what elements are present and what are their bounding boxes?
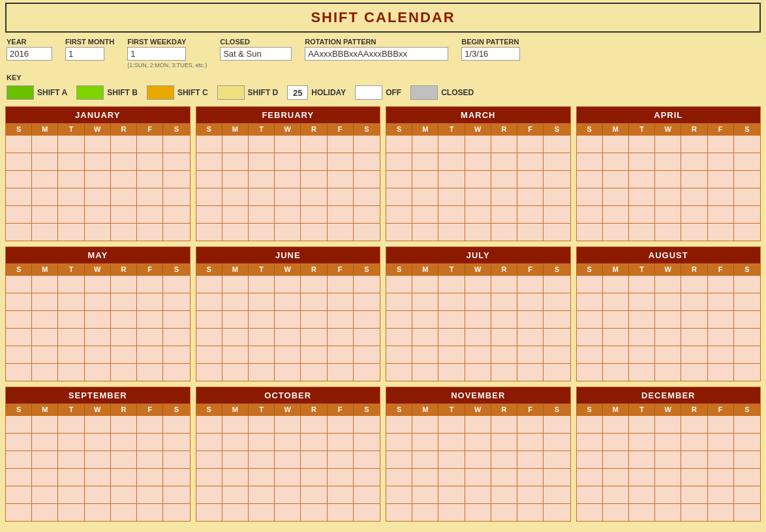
day-cell — [58, 434, 84, 451]
day-cell — [491, 434, 517, 451]
day-cell — [438, 188, 465, 205]
day-cell — [354, 451, 380, 468]
day-cell — [438, 206, 465, 223]
day-header: R — [681, 123, 707, 135]
day-cell — [577, 153, 603, 170]
day-cell — [301, 276, 327, 293]
day-cell — [465, 346, 491, 363]
day-cell — [6, 276, 32, 293]
day-cell — [275, 364, 301, 381]
day-cell — [6, 311, 32, 328]
day-cell — [137, 311, 163, 328]
day-header: F — [708, 263, 734, 275]
day-cell — [6, 504, 32, 521]
day-cell — [412, 311, 438, 328]
day-cell — [655, 504, 681, 521]
month-calendar-may: MAYSMTWRFS — [5, 246, 191, 381]
first-weekday-group: FIRST WEEKDAY (1:SUN, 2:MON, 3:TUES, etc… — [127, 38, 207, 68]
day-cell — [629, 434, 655, 451]
week-row — [577, 135, 761, 153]
day-cell — [544, 206, 570, 223]
day-cell — [544, 364, 570, 381]
day-cell — [412, 188, 438, 205]
day-header: F — [708, 404, 734, 415]
day-headers-row: SMTWRFS — [386, 263, 570, 275]
week-row — [196, 153, 380, 170]
day-cell — [354, 153, 380, 170]
day-cell — [137, 434, 163, 451]
day-cell — [196, 188, 222, 205]
begin-pattern-group: BEGIN PATTERN — [461, 38, 520, 61]
day-cell — [517, 171, 544, 188]
day-cell — [111, 346, 137, 363]
day-cell — [438, 469, 465, 486]
day-cell — [577, 206, 603, 223]
day-cell — [603, 451, 629, 468]
day-cell — [58, 206, 84, 223]
week-row — [6, 486, 190, 503]
day-cell — [465, 224, 491, 241]
page-title: SHIFT CALENDAR — [7, 9, 759, 26]
day-cell — [603, 469, 629, 486]
month-header-september: SEPTEMBER — [6, 387, 190, 404]
day-cell — [412, 224, 438, 241]
day-cell — [6, 329, 32, 346]
day-cell — [301, 206, 327, 223]
day-cell — [386, 293, 412, 310]
day-cell — [58, 171, 84, 188]
begin-label: BEGIN PATTERN — [461, 38, 520, 46]
day-cell — [438, 504, 465, 521]
day-cell — [544, 276, 570, 293]
year-input[interactable] — [7, 47, 52, 61]
week-row — [196, 310, 380, 328]
week-row — [196, 328, 380, 346]
day-header: S — [386, 263, 412, 275]
first-weekday-input[interactable] — [127, 47, 186, 61]
day-cell — [603, 206, 629, 223]
day-cell — [681, 171, 707, 188]
week-row — [386, 503, 570, 521]
day-cell — [655, 293, 681, 310]
day-cell — [111, 364, 137, 381]
day-cell — [577, 504, 603, 521]
day-cell — [111, 434, 137, 451]
day-header: M — [32, 404, 58, 415]
day-cell — [275, 276, 301, 293]
month-calendar-january: JANUARYSMTWRFS — [5, 106, 191, 241]
day-header: F — [517, 404, 544, 415]
day-cell — [196, 364, 222, 381]
day-cell — [544, 434, 570, 451]
day-cell — [734, 469, 760, 486]
week-row — [577, 363, 761, 381]
rotation-input[interactable] — [305, 47, 448, 61]
day-cell — [249, 224, 275, 241]
day-header: S — [386, 123, 412, 135]
day-cell — [249, 136, 275, 153]
first-month-input[interactable] — [65, 47, 104, 61]
begin-input[interactable] — [461, 47, 520, 61]
day-cell — [412, 364, 438, 381]
day-cell — [491, 206, 517, 223]
day-cell — [275, 346, 301, 363]
calendar-body — [577, 135, 761, 241]
shift-a-swatch — [7, 85, 34, 100]
day-headers-row: SMTWRFS — [6, 123, 190, 135]
month-header-may: MAY — [6, 247, 190, 263]
day-header: W — [465, 263, 491, 275]
day-cell — [544, 293, 570, 310]
day-cell — [6, 136, 32, 153]
day-cell — [517, 346, 544, 363]
day-cell — [196, 486, 222, 503]
closed-input[interactable] — [220, 47, 292, 61]
key-row: SHIFT A SHIFT B SHIFT C SHIFT D 25 HOLID… — [0, 85, 766, 104]
day-header: M — [222, 263, 249, 275]
day-cell — [438, 451, 465, 468]
day-cell — [275, 171, 301, 188]
day-cell — [655, 171, 681, 188]
day-cell — [629, 346, 655, 363]
day-cell — [577, 311, 603, 328]
day-header: W — [655, 123, 681, 135]
day-cell — [301, 486, 327, 503]
day-cell — [222, 293, 249, 310]
day-cell — [85, 153, 111, 170]
